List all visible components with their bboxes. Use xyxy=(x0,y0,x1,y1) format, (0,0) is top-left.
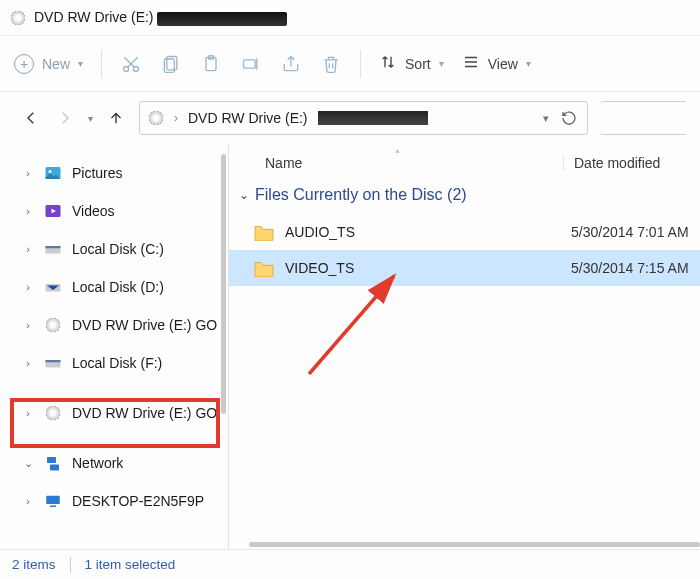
svg-rect-16 xyxy=(50,465,59,471)
drive-icon xyxy=(44,240,62,258)
tree-item-drive-d[interactable]: › Local Disk (D:) xyxy=(0,268,228,306)
file-name: AUDIO_TS xyxy=(285,224,571,240)
svg-rect-18 xyxy=(50,506,56,508)
collapse-icon[interactable]: ⌄ xyxy=(22,457,34,470)
svg-rect-17 xyxy=(46,496,60,504)
chevron-down-icon: ▾ xyxy=(439,58,444,69)
tree-label: Local Disk (F:) xyxy=(72,355,162,371)
tree-item-dvd-e[interactable]: › DVD RW Drive (E:) GO xyxy=(0,306,228,344)
rename-icon[interactable] xyxy=(240,53,262,75)
new-button[interactable]: + New ▾ xyxy=(14,54,83,74)
column-date[interactable]: Date modified xyxy=(563,155,700,171)
expand-icon[interactable]: › xyxy=(22,243,34,255)
view-button[interactable]: View ▾ xyxy=(462,53,531,74)
view-label: View xyxy=(488,56,518,72)
sort-asc-icon: ˄ xyxy=(395,149,400,160)
sort-button[interactable]: Sort ▾ xyxy=(379,53,444,74)
divider xyxy=(70,557,71,573)
svg-rect-14 xyxy=(46,360,61,362)
forward-button[interactable] xyxy=(54,107,76,129)
expand-icon[interactable]: › xyxy=(22,319,34,331)
tree-label: DESKTOP-E2N5F9P xyxy=(72,493,204,509)
column-date-label: Date modified xyxy=(574,155,660,171)
network-icon xyxy=(44,454,62,472)
history-dropdown[interactable]: ▾ xyxy=(88,113,93,124)
redacted-title-text xyxy=(157,12,287,26)
back-button[interactable] xyxy=(20,107,42,129)
sort-label: Sort xyxy=(405,56,431,72)
titlebar: DVD RW Drive (E:) xyxy=(0,0,700,36)
chevron-right-icon: › xyxy=(174,111,178,125)
column-name-label: Name xyxy=(265,155,302,171)
file-name: VIDEO_TS xyxy=(285,260,571,276)
cut-icon[interactable] xyxy=(120,53,142,75)
status-bar: 2 items 1 item selected xyxy=(0,549,700,579)
file-date: 5/30/2014 7:15 AM xyxy=(571,260,700,276)
chevron-down-icon: ▾ xyxy=(526,58,531,69)
expand-icon[interactable]: › xyxy=(22,281,34,293)
share-icon[interactable] xyxy=(280,53,302,75)
svg-rect-15 xyxy=(47,457,56,463)
group-label: Files Currently on the Disc (2) xyxy=(255,186,467,204)
tree-label: Videos xyxy=(72,203,115,219)
refresh-button[interactable] xyxy=(559,108,579,128)
column-name[interactable]: Name ˄ xyxy=(265,155,563,171)
svg-rect-6 xyxy=(244,59,256,67)
nav-row: ▾ › DVD RW Drive (E:) ▾ xyxy=(0,92,700,144)
delete-icon[interactable] xyxy=(320,53,342,75)
file-date: 5/30/2014 7:01 AM xyxy=(571,224,700,240)
tree-item-desktop-pc[interactable]: › DESKTOP-E2N5F9P xyxy=(0,482,228,520)
videos-icon xyxy=(44,202,62,220)
tree-item-drive-f[interactable]: › Local Disk (F:) xyxy=(0,344,228,382)
view-icon xyxy=(462,53,480,74)
tree-item-drive-c[interactable]: › Local Disk (C:) xyxy=(0,230,228,268)
title-prefix: DVD RW Drive (E:) xyxy=(34,9,154,25)
disc-icon xyxy=(148,110,164,126)
pictures-icon xyxy=(44,164,62,182)
expand-icon[interactable]: › xyxy=(22,495,34,507)
new-label: New xyxy=(42,56,70,72)
address-path: DVD RW Drive (E:) xyxy=(188,110,308,126)
svg-point-8 xyxy=(49,170,52,173)
divider xyxy=(101,50,102,78)
disc-icon xyxy=(44,316,62,334)
horizontal-scrollbar[interactable] xyxy=(249,542,700,547)
content-pane: Name ˄ Date modified ⌄ Files Currently o… xyxy=(228,144,700,549)
status-selected-count: 1 item selected xyxy=(85,557,176,572)
main: › Pictures › Videos › Local Disk (C:) › … xyxy=(0,144,700,549)
tree-label: Local Disk (D:) xyxy=(72,279,164,295)
tree-label: Local Disk (C:) xyxy=(72,241,164,257)
tree-scrollbar[interactable] xyxy=(221,154,226,414)
tree-label: Pictures xyxy=(72,165,123,181)
window-title: DVD RW Drive (E:) xyxy=(34,9,287,25)
expand-icon[interactable]: › xyxy=(22,205,34,217)
copy-icon[interactable] xyxy=(160,53,182,75)
folder-icon xyxy=(253,223,275,241)
svg-rect-11 xyxy=(46,246,61,248)
folder-icon xyxy=(253,259,275,277)
divider xyxy=(360,50,361,78)
tree-item-videos[interactable]: › Videos xyxy=(0,192,228,230)
address-bar[interactable]: › DVD RW Drive (E:) ▾ xyxy=(139,101,588,135)
redacted-path-text xyxy=(318,111,428,125)
file-row-audio-ts[interactable]: AUDIO_TS 5/30/2014 7:01 AM xyxy=(229,214,700,250)
expand-icon[interactable]: › xyxy=(22,357,34,369)
sort-icon xyxy=(379,53,397,74)
paste-icon[interactable] xyxy=(200,53,222,75)
tree-item-pictures[interactable]: › Pictures xyxy=(0,154,228,192)
collapse-icon[interactable]: ⌄ xyxy=(239,188,249,202)
address-dropdown[interactable]: ▾ xyxy=(543,112,549,125)
expand-icon[interactable]: › xyxy=(22,167,34,179)
file-row-video-ts[interactable]: VIDEO_TS 5/30/2014 7:15 AM xyxy=(229,250,700,286)
pc-icon xyxy=(44,492,62,510)
column-headers: Name ˄ Date modified xyxy=(229,144,700,182)
nav-tree: › Pictures › Videos › Local Disk (C:) › … xyxy=(0,144,228,549)
tree-label: Network xyxy=(72,455,123,471)
disc-icon xyxy=(10,10,26,26)
up-button[interactable] xyxy=(105,107,127,129)
tree-label: DVD RW Drive (E:) GO xyxy=(72,317,217,333)
tree-item-network[interactable]: ⌄ Network xyxy=(0,444,228,482)
drive-icon xyxy=(44,354,62,372)
search-input[interactable] xyxy=(600,101,686,135)
group-header[interactable]: ⌄ Files Currently on the Disc (2) xyxy=(229,182,700,214)
